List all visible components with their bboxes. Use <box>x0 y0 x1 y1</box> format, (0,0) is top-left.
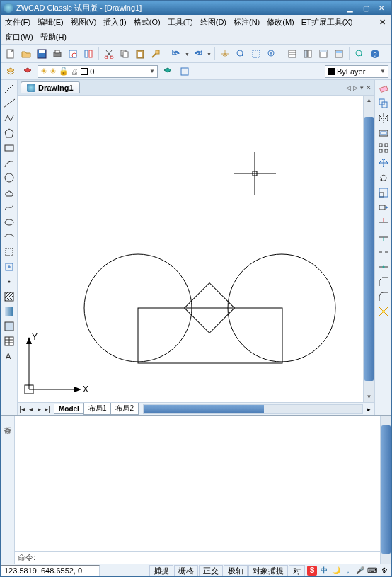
layer-iso-icon[interactable] <box>178 64 192 79</box>
trim-icon[interactable] <box>376 215 391 229</box>
print-icon[interactable] <box>50 47 64 61</box>
cut-icon[interactable] <box>102 47 116 61</box>
explode-icon[interactable] <box>376 304 391 319</box>
arc-icon[interactable] <box>2 156 16 170</box>
menu-file[interactable]: 文件(F) <box>5 17 30 28</box>
preview-icon[interactable] <box>66 47 80 61</box>
rectangle-icon[interactable] <box>2 141 16 155</box>
polar-toggle[interactable]: 极轴 <box>224 565 248 576</box>
close-button[interactable]: ✕ <box>374 3 388 13</box>
extend-icon[interactable] <box>376 230 391 244</box>
menu-et[interactable]: ET扩展工具(X) <box>301 17 353 28</box>
tray-gear-icon[interactable]: ⚙ <box>379 566 389 576</box>
menu-window[interactable]: 窗口(W) <box>5 32 33 42</box>
otrack-toggle[interactable]: 对 <box>289 565 305 576</box>
layout-last-icon[interactable]: ▸| <box>43 405 52 413</box>
xline-icon[interactable] <box>2 96 16 110</box>
layer-prev-icon[interactable] <box>161 64 175 79</box>
tab-nav-dropdown[interactable]: ▾ <box>360 84 364 91</box>
tray-mic-icon[interactable]: 🎤 <box>355 566 365 576</box>
drawing-canvas[interactable]: X Y <box>18 96 363 402</box>
design-center-icon[interactable] <box>301 47 315 61</box>
find-icon[interactable] <box>352 47 367 61</box>
layout-tab-2[interactable]: 布局2 <box>110 403 139 415</box>
break-icon[interactable] <box>376 245 391 259</box>
tray-keyboard-icon[interactable]: ⌨ <box>367 566 377 576</box>
help-icon[interactable]: ? <box>368 47 382 61</box>
new-icon[interactable] <box>4 47 18 61</box>
menu-draw[interactable]: 绘图(D) <box>200 17 226 28</box>
osnap-toggle[interactable]: 对象捕捉 <box>248 565 288 576</box>
scroll-up-icon[interactable]: ▲ <box>364 96 374 105</box>
open-icon[interactable] <box>19 47 33 61</box>
layout-tab-model[interactable]: Model <box>54 404 84 414</box>
command-input[interactable] <box>38 552 380 564</box>
stretch-icon[interactable] <box>376 200 391 215</box>
redo-dropdown[interactable]: ▼ <box>207 52 212 57</box>
gradient-icon[interactable] <box>2 304 16 319</box>
undo-dropdown[interactable]: ▼ <box>185 52 190 57</box>
menu-edit[interactable]: 编辑(E) <box>38 17 64 28</box>
redo-icon[interactable] <box>191 47 205 61</box>
mirror-icon[interactable] <box>376 111 391 125</box>
layout-prev-icon[interactable]: ◂ <box>26 405 35 413</box>
copy-icon[interactable] <box>117 47 132 61</box>
tray-ime-icon[interactable]: 中 <box>319 566 329 576</box>
menu-insert[interactable]: 插入(I) <box>103 17 126 28</box>
fillet-icon[interactable] <box>376 290 391 304</box>
menu-dimension[interactable]: 标注(N) <box>234 17 260 28</box>
ellipse-arc-icon[interactable] <box>2 230 16 244</box>
make-block-icon[interactable] <box>2 260 16 274</box>
color-dropdown[interactable]: ByLayer ▼ <box>325 65 388 78</box>
tab-close[interactable]: ✕ <box>366 84 371 91</box>
line-icon[interactable] <box>2 81 16 96</box>
maximize-button[interactable]: ▢ <box>359 3 373 13</box>
copy2-icon[interactable] <box>376 96 391 110</box>
revcloud-icon[interactable] <box>2 185 16 200</box>
scale-icon[interactable] <box>376 185 391 200</box>
paste-icon[interactable] <box>133 47 147 61</box>
layout-next-icon[interactable]: ▸ <box>35 405 43 413</box>
command-handle[interactable]: 命令行 <box>1 416 15 564</box>
tab-nav-first[interactable]: ◁ <box>346 84 351 91</box>
block-icon[interactable] <box>2 245 16 259</box>
hscroll-right-icon[interactable]: ▸ <box>363 406 374 413</box>
menu-tools[interactable]: 工具(T) <box>168 17 193 28</box>
zoom-realtime-icon[interactable] <box>234 47 248 61</box>
zoom-window-icon[interactable] <box>249 47 263 61</box>
ortho-toggle[interactable]: 正交 <box>199 565 223 576</box>
doc-close-button[interactable]: ✕ <box>377 18 387 28</box>
minimize-button[interactable]: ▁ <box>343 3 357 13</box>
layer-dropdown[interactable]: ☀ ☀ 🔓 🖨 0 ▼ <box>38 65 158 78</box>
ellipse-icon[interactable] <box>2 215 16 229</box>
join-icon[interactable] <box>376 260 391 274</box>
tab-nav-prev[interactable]: ▷ <box>353 84 358 91</box>
publish-icon[interactable] <box>81 47 96 61</box>
pan-icon[interactable] <box>218 47 232 61</box>
spline-icon[interactable] <box>2 200 16 215</box>
properties-icon[interactable] <box>285 47 299 61</box>
layer-manager-icon[interactable] <box>4 64 18 79</box>
doc-tab-drawing1[interactable]: Drawing1 <box>21 81 80 93</box>
array-icon[interactable] <box>376 141 391 155</box>
horizontal-scrollbar[interactable] <box>143 404 363 414</box>
menu-modify[interactable]: 修改(M) <box>267 17 294 28</box>
table-icon[interactable] <box>2 334 16 348</box>
mtext-icon[interactable]: A <box>2 349 16 363</box>
layout-tab-1[interactable]: 布局1 <box>83 403 112 415</box>
calc-icon[interactable] <box>332 47 346 61</box>
menu-view[interactable]: 视图(V) <box>71 17 97 28</box>
menu-help[interactable]: 帮助(H) <box>40 32 67 42</box>
coord-readout[interactable]: 123.5819, 648.6552, 0 <box>1 565 100 576</box>
command-scrollbar[interactable] <box>380 416 391 564</box>
save-icon[interactable] <box>35 47 49 61</box>
offset-icon[interactable] <box>376 126 391 140</box>
rotate-icon[interactable] <box>376 171 391 185</box>
grid-toggle[interactable]: 栅格 <box>174 565 198 576</box>
command-log[interactable] <box>15 416 380 551</box>
pline-icon[interactable] <box>2 111 16 125</box>
scroll-down-icon[interactable]: ▼ <box>364 392 374 402</box>
snap-toggle[interactable]: 捕捉 <box>149 565 173 576</box>
match-icon[interactable] <box>149 47 163 61</box>
chamfer-icon[interactable] <box>376 275 391 289</box>
